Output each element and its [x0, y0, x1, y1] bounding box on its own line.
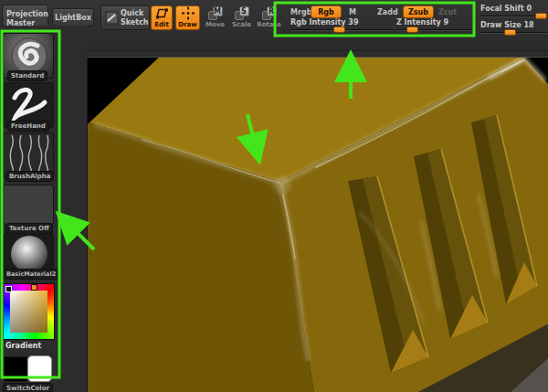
zbrush-window: Projection Master LightBox Quick Sketch …: [0, 0, 548, 392]
rgb-label: Rgb: [318, 8, 334, 16]
document-canvas[interactable]: [87, 57, 548, 392]
focal-shift-handle[interactable]: [535, 13, 547, 19]
model-render: [88, 58, 548, 392]
quick-sketch-icon: [105, 11, 119, 25]
focal-shift-slider[interactable]: Focal Shift 0: [480, 5, 546, 19]
lightbox-button[interactable]: LightBox: [52, 8, 94, 26]
focal-shift-value: 0: [527, 5, 532, 13]
lightbox-label: LightBox: [55, 14, 91, 22]
draw-icon: [181, 6, 195, 20]
sculpted-model: [88, 58, 548, 392]
draw-label: Draw: [178, 21, 196, 28]
quick-sketch-button[interactable]: Quick Sketch: [100, 5, 150, 30]
rgb-intensity-label: Rgb Intensity: [290, 18, 346, 26]
rotate-mode-button[interactable]: R Rotate: [257, 5, 281, 30]
alpha-name-label[interactable]: BrushAlpha: [5, 171, 54, 182]
zcut-button[interactable]: Zcut: [438, 8, 457, 16]
m-button[interactable]: M: [349, 8, 356, 16]
zsub-button[interactable]: Zsub: [403, 5, 434, 18]
draw-mode-button[interactable]: Draw: [175, 5, 200, 30]
zadd-button[interactable]: Zadd: [377, 8, 398, 16]
move-mode-button[interactable]: M Move: [204, 5, 227, 30]
move-icon: M: [208, 6, 223, 20]
rotate-icon: R: [262, 6, 277, 20]
stroke-name-label[interactable]: FreeHand: [7, 121, 49, 132]
z-intensity-label: Z Intensity: [396, 18, 441, 26]
rgb-intensity-slider[interactable]: Rgb Intensity 39: [290, 18, 393, 33]
scale-icon: S: [235, 6, 249, 20]
gradient-label: Gradient: [5, 342, 41, 350]
rgb-intensity-value: 39: [348, 18, 358, 26]
color-picker-saturation-square[interactable]: [10, 291, 47, 333]
zsub-label: Zsub: [408, 8, 428, 16]
rgb-button[interactable]: Rgb: [311, 5, 342, 18]
scale-mode-button[interactable]: S Scale: [229, 5, 254, 30]
focal-shift-label: Focal Shift: [480, 5, 524, 13]
quick-sketch-label: Quick Sketch: [121, 9, 149, 27]
draw-size-handle[interactable]: [504, 29, 516, 36]
brush-name-label[interactable]: Standard: [7, 70, 47, 81]
draw-size-slider[interactable]: Draw Size 18: [480, 21, 546, 36]
left-tray: Standard FreeHand BrushAlpha Textur: [0, 26, 87, 392]
rgb-intensity-handle[interactable]: [333, 26, 345, 33]
color-picker-cursor[interactable]: [31, 284, 37, 291]
rotate-label: Rotate: [257, 21, 280, 28]
edit-label: Edit: [154, 21, 169, 28]
move-label: Move: [206, 21, 225, 28]
z-intensity-slider[interactable]: Z Intensity 9: [396, 18, 474, 33]
color-picker[interactable]: [3, 283, 55, 340]
edit-icon: [154, 6, 169, 20]
draw-size-value: 18: [524, 21, 534, 29]
material-name-label[interactable]: BasicMaterial2: [3, 269, 59, 280]
main-color-swatch[interactable]: [4, 356, 27, 382]
mrgb-button[interactable]: Mrgb: [290, 8, 311, 16]
edit-mode-button[interactable]: Edit: [151, 5, 173, 30]
texture-thumbnail[interactable]: [3, 185, 54, 225]
switchcolor-button[interactable]: SwitchColor: [3, 383, 53, 392]
z-intensity-value: 9: [444, 18, 449, 26]
color-picker-cursor-secondary[interactable]: [5, 286, 12, 292]
scale-label: Scale: [232, 21, 251, 28]
secondary-color-swatch[interactable]: [27, 355, 52, 382]
z-intensity-handle[interactable]: [406, 26, 418, 33]
draw-size-label: Draw Size: [480, 21, 522, 29]
